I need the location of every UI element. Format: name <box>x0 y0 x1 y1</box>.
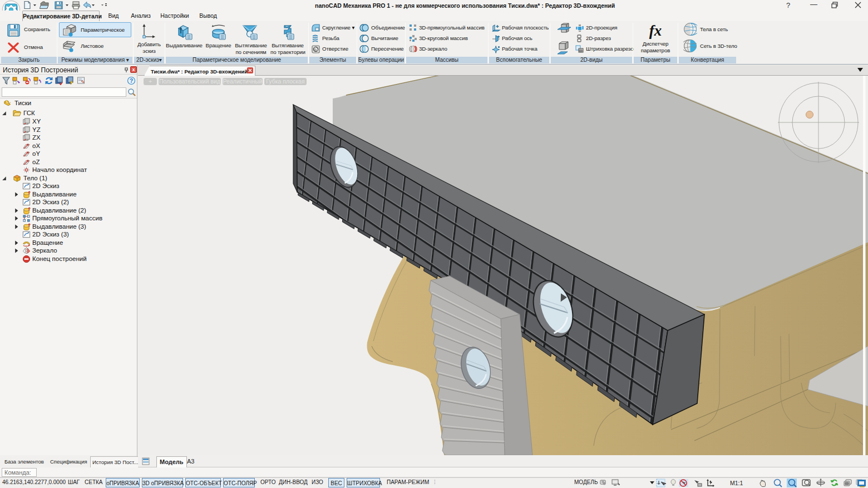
svg-text:M1:1: M1:1 <box>730 480 743 486</box>
svg-text:?: ? <box>130 78 133 84</box>
